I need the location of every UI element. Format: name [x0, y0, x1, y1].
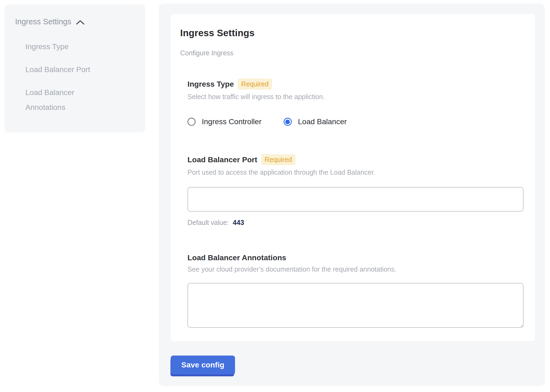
ingress-type-radio-group: Ingress Controller Load Balancer	[187, 117, 524, 126]
section-load-balancer-port: Load Balancer Port Required Port used to…	[187, 154, 524, 227]
ingress-settings-panel: Ingress Settings Configure Ingress Ingre…	[159, 4, 545, 386]
sidebar-group-ingress-settings[interactable]: Ingress Settings	[15, 17, 135, 26]
default-value-row: Default value: 443	[187, 219, 524, 227]
section-ingress-type: Ingress Type Required Select how traffic…	[187, 79, 524, 126]
sidebar-item-ingress-type[interactable]: Ingress Type	[25, 39, 112, 54]
required-badge: Required	[238, 79, 272, 90]
section-title: Load Balancer Annotations	[187, 254, 286, 262]
radio-checked-icon[interactable]	[284, 118, 292, 126]
page-title: Ingress Settings	[180, 28, 524, 38]
form-sections: Ingress Type Required Select how traffic…	[187, 79, 524, 328]
radio-option-ingress-controller[interactable]: Ingress Controller	[187, 117, 261, 126]
radio-unchecked-icon[interactable]	[187, 118, 196, 126]
radio-label: Load Balancer	[298, 117, 347, 126]
section-title: Load Balancer Port	[187, 156, 257, 164]
settings-sidebar: Ingress Settings Ingress Type Load Balan…	[4, 4, 145, 132]
default-value: 443	[233, 219, 244, 226]
sidebar-group-label: Ingress Settings	[15, 17, 71, 26]
default-value-label: Default value:	[187, 219, 229, 226]
load-balancer-port-input[interactable]	[187, 187, 524, 212]
load-balancer-annotations-textarea[interactable]	[187, 283, 524, 328]
page-subtitle: Configure Ingress	[180, 49, 524, 57]
section-load-balancer-annotations: Load Balancer Annotations See your cloud…	[187, 254, 524, 328]
ingress-settings-card: Ingress Settings Configure Ingress Ingre…	[171, 14, 535, 341]
section-description: Select how traffic will ingress to the a…	[187, 93, 524, 101]
section-description: Port used to access the application thro…	[187, 168, 524, 176]
sidebar-item-load-balancer-annotations[interactable]: Load Balancer Annotations	[25, 85, 112, 115]
section-title-row: Ingress Type Required	[187, 79, 524, 90]
radio-label: Ingress Controller	[202, 117, 261, 126]
radio-option-load-balancer[interactable]: Load Balancer	[284, 117, 347, 126]
section-title: Ingress Type	[187, 80, 234, 89]
section-title-row: Load Balancer Annotations	[187, 254, 524, 262]
chevron-up-icon	[76, 19, 85, 25]
required-badge: Required	[261, 154, 296, 165]
sidebar-item-list: Ingress Type Load Balancer Port Load Bal…	[25, 39, 135, 115]
sidebar-item-load-balancer-port[interactable]: Load Balancer Port	[25, 62, 112, 77]
section-description: See your cloud provider’s documentation …	[187, 265, 524, 273]
section-title-row: Load Balancer Port Required	[187, 154, 524, 165]
save-config-button[interactable]: Save config	[171, 356, 235, 374]
